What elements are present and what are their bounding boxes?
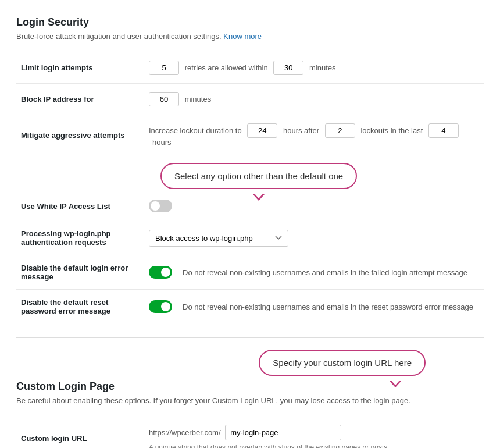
mitigate-aggressive-label: Mitigate aggressive attempts [16, 115, 144, 155]
white-ip-tooltip-row: Select any option other than the default… [16, 155, 484, 189]
custom-login-page-description: Be careful about enabling these options.… [16, 396, 484, 405]
disable-reset-password-slider [149, 300, 172, 313]
login-security-description: Brute-force attack mitigation and user a… [16, 32, 484, 41]
disable-reset-password-label: Disable the default reset password error… [16, 290, 144, 324]
custom-login-url-input[interactable] [225, 425, 341, 440]
disable-login-error-label: Disable the default login error message [16, 255, 144, 290]
mitigate-aggressive-control: Increase lockout duration to hours after… [144, 115, 484, 155]
custom-url-tooltip-bubble: Specify your custom login URL here [259, 350, 426, 376]
white-ip-tooltip-bubble: Select any option other than the default… [160, 163, 357, 189]
processing-wplogин-row: Processing wp-login.php authentication r… [16, 221, 484, 255]
custom-login-url-row: Custom login URL https://wpcerber.com/ A… [16, 417, 484, 448]
disable-reset-password-toggle[interactable] [149, 300, 172, 313]
block-ip-minutes-input[interactable] [149, 92, 179, 106]
retries-label: retries are allowed within [185, 63, 268, 72]
limit-login-attempts-minutes-input[interactable] [273, 61, 303, 75]
url-prefix: https://wpcerber.com/ [149, 428, 221, 437]
limit-login-attempts-control: retries are allowed within minutes [144, 52, 484, 84]
block-ip-label: Block IP address for [16, 84, 144, 115]
white-ip-label: Use White IP Access List [16, 189, 144, 221]
disable-reset-password-description: Do not reveal non-existing usernames and… [183, 303, 473, 311]
block-ip-minutes-label: minutes [185, 95, 212, 104]
white-ip-slider [149, 200, 172, 212]
disable-login-error-toggle[interactable] [149, 266, 172, 279]
minutes-label: minutes [309, 63, 336, 72]
mitigate-prefix: Increase lockout duration to [149, 126, 242, 135]
limit-login-attempts-row: Limit login attempts retries are allowed… [16, 52, 484, 84]
know-more-link[interactable]: Know more [223, 32, 262, 41]
custom-login-page-title: Custom Login Page [16, 381, 484, 393]
mitigate-lockouts-label: lockouts in the last [360, 126, 423, 135]
limit-login-attempts-retries-input[interactable] [149, 61, 179, 75]
disable-login-error-description: Do not reveal non-existing usernames and… [183, 268, 467, 277]
custom-login-table: Custom login URL https://wpcerber.com/ A… [16, 417, 484, 448]
disable-login-error-slider [149, 266, 172, 279]
processing-wplogin-label: Processing wp-login.php authentication r… [16, 221, 144, 255]
custom-url-tooltip-wrapper: Specify your custom login URL here [16, 350, 484, 376]
disable-login-error-toggle-wrap: Do not reveal non-existing usernames and… [149, 266, 479, 279]
limit-login-attempts-label: Limit login attempts [16, 52, 144, 84]
disable-login-error-row: Disable the default login error message … [16, 255, 484, 290]
mitigate-hours1-label: hours after [283, 126, 319, 135]
block-ip-control: minutes [144, 84, 484, 115]
mitigate-hours2-label: hours [152, 138, 172, 147]
disable-login-error-control: Do not reveal non-existing usernames and… [144, 255, 484, 290]
section-divider [16, 337, 484, 338]
disable-reset-password-control: Do not reveal non-existing usernames and… [144, 290, 484, 324]
custom-login-url-control: https://wpcerber.com/ A unique string th… [144, 417, 484, 448]
custom-login-url-label: Custom login URL [16, 417, 144, 448]
disable-reset-password-toggle-wrap: Do not reveal non-existing usernames and… [149, 300, 479, 313]
mitigate-aggressive-row: Mitigate aggressive attempts Increase lo… [16, 115, 484, 155]
mitigate-lockouts-input[interactable] [325, 123, 355, 138]
mitigate-hours2-input[interactable] [428, 123, 459, 138]
white-ip-toggle[interactable] [149, 200, 172, 212]
login-security-title: Login Security [16, 16, 484, 29]
disable-reset-password-row: Disable the default reset password error… [16, 290, 484, 324]
block-ip-row: Block IP address for minutes [16, 84, 484, 115]
mitigate-hours1-input[interactable] [247, 123, 277, 138]
processing-wplogin-control: Block access to wp-login.php Default Red… [144, 221, 484, 255]
processing-wplogin-select[interactable]: Block access to wp-login.php Default Red… [149, 230, 288, 247]
login-security-table: Limit login attempts retries are allowed… [16, 52, 484, 323]
custom-login-url-hint: A unique string that does not overlap wi… [149, 443, 479, 448]
white-ip-row: Use White IP Access List [16, 189, 484, 221]
white-ip-control [144, 189, 484, 221]
